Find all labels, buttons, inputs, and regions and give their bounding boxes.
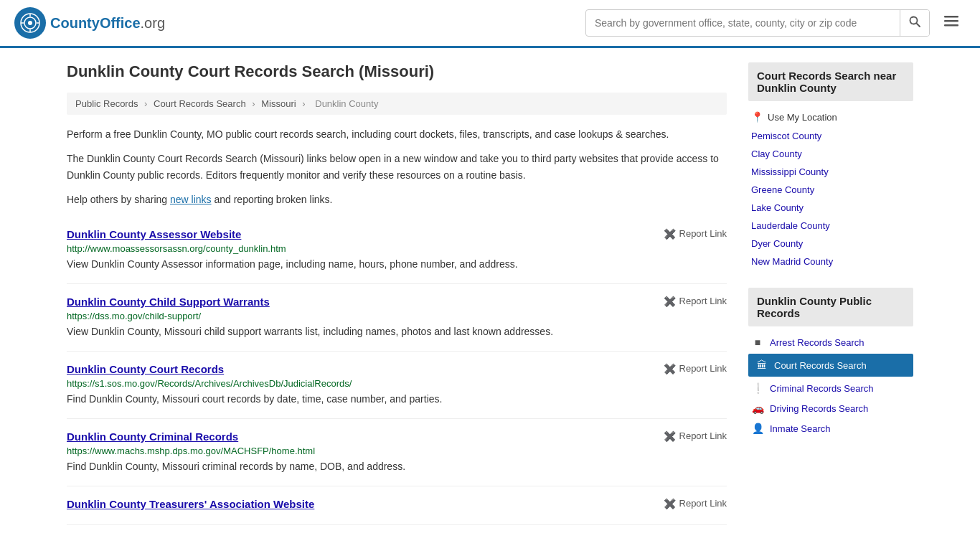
report-icon-3: ✖️	[664, 430, 676, 442]
use-my-location[interactable]: 📍 Use My Location	[748, 107, 913, 127]
sidebar: Court Records Search near Dunklin County…	[748, 62, 913, 525]
nearby-link-5[interactable]: Lauderdale County	[748, 217, 913, 235]
result-title-3[interactable]: Dunklin County Criminal Records	[67, 430, 238, 443]
nearby-links: Pemiscot CountyClay CountyMississippi Co…	[748, 127, 913, 270]
location-icon: 📍	[751, 111, 763, 123]
public-records-section: Dunklin County Public Records ■ Arrest R…	[748, 288, 913, 438]
search-icon	[909, 16, 920, 27]
description-1: Perform a free Dunklin County, MO public…	[67, 126, 727, 142]
rec-label-4: Inmate Search	[770, 423, 831, 434]
logo-area: CountyOffice.org	[14, 7, 165, 39]
result-url-0: http://www.moassessorsassn.org/county_du…	[67, 243, 727, 254]
svg-rect-10	[944, 20, 958, 22]
nearby-link-6[interactable]: Dyer County	[748, 235, 913, 253]
content-area: Dunklin County Court Records Search (Mis…	[67, 62, 727, 525]
results-container: Dunklin County Assessor Website ✖️ Repor…	[67, 217, 727, 525]
search-input[interactable]	[586, 11, 900, 34]
result-item: Dunklin County Criminal Records ✖️ Repor…	[67, 419, 727, 486]
public-record-item-3[interactable]: 🚗 Driving Records Search	[748, 398, 913, 418]
rec-label-3: Driving Records Search	[770, 403, 868, 414]
result-header-4: Dunklin County Treasurers' Association W…	[67, 498, 727, 510]
menu-icon[interactable]	[937, 9, 966, 37]
public-record-item-0[interactable]: ■ Arrest Records Search	[748, 332, 913, 352]
result-header-1: Dunklin County Child Support Warrants ✖️…	[67, 296, 727, 308]
nearby-link-1[interactable]: Clay County	[748, 145, 913, 163]
result-title-4[interactable]: Dunklin County Treasurers' Association W…	[67, 498, 314, 510]
logo-icon	[14, 7, 46, 39]
result-url-2: https://s1.sos.mo.gov/Records/Archives/A…	[67, 378, 727, 389]
report-link-2[interactable]: ✖️ Report Link	[664, 363, 727, 375]
public-records-header: Dunklin County Public Records	[748, 288, 913, 326]
breadcrumb: Public Records › Court Records Search › …	[67, 93, 727, 115]
hamburger-icon	[943, 12, 960, 29]
use-my-location-label: Use My Location	[768, 112, 837, 123]
description-2: The Dunklin County Court Records Search …	[67, 151, 727, 183]
report-icon-1: ✖️	[664, 296, 676, 307]
result-title-1[interactable]: Dunklin County Child Support Warrants	[67, 296, 270, 308]
public-record-item-1[interactable]: 🏛 Court Records Search	[748, 354, 913, 377]
breadcrumb-court-records[interactable]: Court Records Search	[154, 98, 246, 109]
rec-label-0: Arrest Records Search	[770, 337, 864, 348]
svg-rect-9	[944, 16, 958, 18]
page-title: Dunklin County Court Records Search (Mis…	[67, 62, 727, 81]
nearby-link-0[interactable]: Pemiscot County	[748, 127, 913, 145]
nearby-link-3[interactable]: Greene County	[748, 181, 913, 199]
header-right	[585, 9, 966, 37]
logo-text[interactable]: CountyOffice.org	[50, 15, 165, 32]
result-url-3: https://www.machs.mshp.dps.mo.gov/MACHSF…	[67, 446, 727, 456]
result-title-0[interactable]: Dunklin County Assessor Website	[67, 228, 241, 240]
svg-rect-11	[944, 24, 958, 27]
report-icon-2: ✖️	[664, 363, 676, 375]
description-3: Help others by sharing new links and rep…	[67, 192, 727, 207]
nearby-link-4[interactable]: Lake County	[748, 199, 913, 217]
nearby-link-2[interactable]: Mississippi County	[748, 163, 913, 181]
result-header-0: Dunklin County Assessor Website ✖️ Repor…	[67, 228, 727, 240]
public-records-list: ■ Arrest Records Search 🏛 Court Records …	[748, 332, 913, 438]
rec-icon-0: ■	[751, 336, 764, 348]
result-item: Dunklin County Court Records ✖️ Report L…	[67, 352, 727, 419]
result-desc-3: Find Dunklin County, Missouri criminal r…	[67, 459, 727, 474]
result-header-3: Dunklin County Criminal Records ✖️ Repor…	[67, 430, 727, 443]
public-record-item-4[interactable]: 👤 Inmate Search	[748, 418, 913, 438]
logo-suffix: .org	[141, 15, 165, 31]
report-link-0[interactable]: ✖️ Report Link	[664, 228, 727, 240]
breadcrumb-public-records[interactable]: Public Records	[75, 98, 138, 109]
rec-label-1: Court Records Search	[774, 360, 867, 371]
result-desc-0: View Dunklin County Assessor information…	[67, 257, 727, 272]
search-bar	[585, 9, 930, 37]
rec-icon-3: 🚗	[751, 402, 764, 414]
report-link-3[interactable]: ✖️ Report Link	[664, 430, 727, 442]
header: CountyOffice.org	[0, 0, 980, 48]
report-icon-0: ✖️	[664, 228, 676, 240]
public-record-item-2[interactable]: ❕ Criminal Records Search	[748, 378, 913, 398]
nearby-header: Court Records Search near Dunklin County	[748, 62, 913, 101]
result-desc-2: Find Dunklin County, Missouri court reco…	[67, 392, 727, 407]
result-header-2: Dunklin County Court Records ✖️ Report L…	[67, 363, 727, 375]
report-icon-4: ✖️	[664, 498, 676, 509]
report-link-4[interactable]: ✖️ Report Link	[664, 498, 727, 509]
result-title-2[interactable]: Dunklin County Court Records	[67, 363, 224, 375]
search-button[interactable]	[900, 10, 929, 36]
svg-line-8	[917, 24, 920, 27]
logo-name: CountyOffice	[50, 15, 141, 31]
rec-icon-1: 🏛	[755, 359, 768, 371]
breadcrumb-missouri[interactable]: Missouri	[261, 98, 296, 109]
result-url-1: https://dss.mo.gov/child-support/	[67, 311, 727, 321]
result-item: Dunklin County Child Support Warrants ✖️…	[67, 284, 727, 352]
nearby-link-7[interactable]: New Madrid County	[748, 253, 913, 270]
result-desc-1: View Dunklin County, Missouri child supp…	[67, 324, 727, 339]
nearby-section: Court Records Search near Dunklin County…	[748, 62, 913, 270]
rec-icon-4: 👤	[751, 423, 764, 434]
rec-label-2: Criminal Records Search	[770, 383, 874, 394]
result-item: Dunklin County Assessor Website ✖️ Repor…	[67, 217, 727, 284]
result-item: Dunklin County Treasurers' Association W…	[67, 486, 727, 525]
breadcrumb-dunklin: Dunklin County	[315, 98, 378, 109]
report-link-1[interactable]: ✖️ Report Link	[664, 296, 727, 307]
main-container: Dunklin County Court Records Search (Mis…	[52, 48, 928, 540]
svg-point-2	[28, 21, 32, 25]
rec-icon-2: ❕	[751, 382, 764, 394]
new-links-link[interactable]: new links	[170, 194, 212, 205]
